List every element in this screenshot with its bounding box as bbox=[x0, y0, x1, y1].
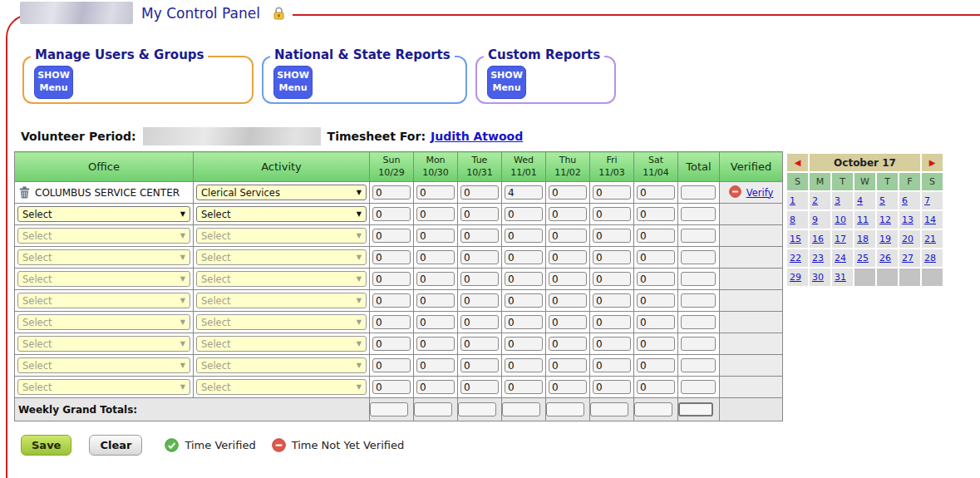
activity-select[interactable]: Select▼ bbox=[196, 228, 367, 244]
day-hours-input[interactable] bbox=[372, 185, 411, 200]
row-total-input[interactable] bbox=[681, 207, 716, 221]
calendar-date-link[interactable]: 13 bbox=[902, 214, 914, 225]
day-hours-input[interactable] bbox=[593, 293, 631, 308]
row-total-input[interactable] bbox=[681, 293, 716, 308]
calendar-date-link[interactable]: 1 bbox=[790, 195, 795, 206]
calendar-date-link[interactable]: 14 bbox=[924, 214, 936, 225]
office-select[interactable]: Select▼ bbox=[17, 206, 190, 222]
day-hours-input[interactable] bbox=[637, 207, 675, 221]
activity-select[interactable]: Select▼ bbox=[196, 206, 367, 222]
day-hours-input[interactable] bbox=[593, 337, 631, 351]
calendar-date-link[interactable]: 24 bbox=[835, 253, 846, 264]
day-hours-input[interactable] bbox=[372, 229, 411, 243]
calendar-date-link[interactable]: 26 bbox=[879, 253, 891, 264]
clear-button[interactable]: Clear bbox=[89, 435, 142, 456]
calendar-date-link[interactable]: 8 bbox=[790, 214, 795, 225]
calendar-date-link[interactable]: 18 bbox=[857, 234, 869, 244]
day-total-input[interactable] bbox=[590, 402, 628, 416]
day-hours-input[interactable] bbox=[372, 250, 411, 264]
day-hours-input[interactable] bbox=[637, 185, 675, 200]
day-hours-input[interactable] bbox=[637, 337, 675, 351]
activity-select[interactable]: Select▼ bbox=[196, 293, 367, 308]
day-hours-input[interactable] bbox=[460, 315, 499, 329]
day-hours-input[interactable] bbox=[460, 185, 499, 200]
day-hours-input[interactable] bbox=[505, 229, 543, 243]
day-hours-input[interactable] bbox=[460, 207, 499, 221]
calendar-date-link[interactable]: 15 bbox=[790, 234, 801, 244]
office-select[interactable]: Select▼ bbox=[17, 314, 190, 330]
grand-total-input[interactable] bbox=[678, 402, 713, 416]
day-hours-input[interactable] bbox=[372, 272, 411, 286]
day-total-input[interactable] bbox=[502, 402, 540, 416]
row-total-input[interactable] bbox=[681, 229, 716, 243]
row-total-input[interactable] bbox=[681, 272, 716, 286]
day-hours-input[interactable] bbox=[549, 250, 587, 264]
day-hours-input[interactable] bbox=[593, 229, 631, 243]
activity-select[interactable]: Clerical Services▼ bbox=[196, 185, 367, 200]
day-hours-input[interactable] bbox=[593, 358, 631, 372]
calendar-date-link[interactable]: 19 bbox=[879, 234, 891, 244]
day-hours-input[interactable] bbox=[416, 293, 455, 308]
day-total-input[interactable] bbox=[370, 402, 408, 416]
day-hours-input[interactable] bbox=[416, 358, 455, 372]
day-hours-input[interactable] bbox=[460, 337, 499, 351]
day-total-input[interactable] bbox=[634, 402, 672, 416]
day-total-input[interactable] bbox=[414, 402, 452, 416]
calendar-date-link[interactable]: 28 bbox=[924, 253, 936, 264]
day-hours-input[interactable] bbox=[593, 315, 631, 329]
day-hours-input[interactable] bbox=[637, 272, 675, 286]
activity-select[interactable]: Select▼ bbox=[196, 314, 367, 330]
activity-select[interactable]: Select▼ bbox=[196, 271, 367, 287]
calendar-date-link[interactable]: 21 bbox=[924, 234, 936, 244]
row-total-input[interactable] bbox=[681, 337, 716, 351]
calendar-date-link[interactable]: 10 bbox=[835, 214, 846, 225]
day-hours-input[interactable] bbox=[460, 272, 499, 286]
day-hours-input[interactable] bbox=[416, 315, 455, 329]
day-hours-input[interactable] bbox=[505, 207, 543, 221]
day-hours-input[interactable] bbox=[593, 250, 631, 264]
office-select[interactable]: Select▼ bbox=[17, 336, 190, 352]
day-hours-input[interactable] bbox=[637, 380, 675, 394]
verify-link[interactable]: Verify bbox=[746, 187, 774, 199]
day-hours-input[interactable] bbox=[372, 293, 411, 308]
day-hours-input[interactable] bbox=[460, 229, 499, 243]
day-hours-input[interactable] bbox=[549, 207, 587, 221]
day-hours-input[interactable] bbox=[416, 337, 455, 351]
delete-row-icon[interactable] bbox=[19, 186, 30, 199]
day-hours-input[interactable] bbox=[505, 293, 543, 308]
day-hours-input[interactable] bbox=[637, 358, 675, 372]
calendar-date-link[interactable]: 5 bbox=[879, 195, 885, 206]
day-hours-input[interactable] bbox=[416, 207, 455, 221]
calendar-date-link[interactable]: 17 bbox=[835, 234, 846, 244]
day-hours-input[interactable] bbox=[416, 229, 455, 243]
office-select[interactable]: Select▼ bbox=[17, 379, 190, 395]
calendar-date-link[interactable]: 7 bbox=[924, 195, 930, 206]
day-hours-input[interactable] bbox=[637, 293, 675, 308]
day-hours-input[interactable] bbox=[460, 293, 499, 308]
day-hours-input[interactable] bbox=[549, 293, 587, 308]
calendar-date-link[interactable]: 6 bbox=[902, 195, 908, 206]
day-hours-input[interactable] bbox=[416, 250, 455, 264]
day-hours-input[interactable] bbox=[637, 250, 675, 264]
calendar-date-link[interactable]: 30 bbox=[812, 272, 824, 283]
day-hours-input[interactable] bbox=[460, 358, 499, 372]
calendar-date-link[interactable]: 22 bbox=[790, 253, 801, 264]
show-menu-button[interactable]: SHOWMenu bbox=[487, 66, 526, 99]
calendar-next-icon[interactable]: ▶ bbox=[922, 154, 943, 171]
office-select[interactable]: Select▼ bbox=[17, 293, 190, 308]
day-total-input[interactable] bbox=[458, 402, 496, 416]
calendar-prev-icon[interactable]: ◀ bbox=[787, 154, 808, 171]
row-total-input[interactable] bbox=[681, 358, 716, 372]
calendar-date-link[interactable]: 23 bbox=[812, 253, 824, 264]
day-hours-input[interactable] bbox=[372, 337, 411, 351]
calendar-date-link[interactable]: 27 bbox=[902, 253, 914, 264]
calendar-date-link[interactable]: 31 bbox=[835, 272, 846, 283]
day-hours-input[interactable] bbox=[505, 358, 543, 372]
day-hours-input[interactable] bbox=[372, 380, 411, 394]
day-hours-input[interactable] bbox=[505, 315, 543, 329]
day-hours-input[interactable] bbox=[593, 380, 631, 394]
day-hours-input[interactable] bbox=[372, 315, 411, 329]
day-hours-input[interactable] bbox=[416, 185, 455, 200]
day-hours-input[interactable] bbox=[549, 315, 587, 329]
day-total-input[interactable] bbox=[546, 402, 584, 416]
